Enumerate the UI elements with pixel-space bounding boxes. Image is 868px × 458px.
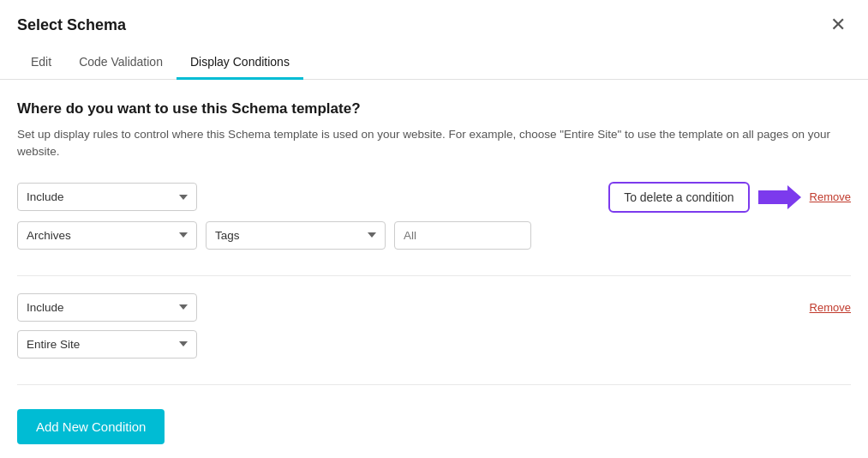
tabs-bar: Edit Code Validation Display Conditions bbox=[0, 46, 868, 80]
tooltip-box: To delete a condition bbox=[608, 182, 749, 213]
condition-block-2: Include Exclude Remove Entire Site Speci… bbox=[17, 293, 851, 385]
condition-2-entire-site-select[interactable]: Entire Site Specific Pages bbox=[17, 330, 197, 359]
condition-2-row-top: Include Exclude Remove bbox=[17, 293, 851, 322]
condition-1-remove-button[interactable]: Remove bbox=[810, 190, 851, 203]
condition-1-selects: Include Exclude bbox=[17, 183, 197, 211]
condition-1-row-bottom: Archives Posts Pages Tags Categories bbox=[17, 221, 851, 250]
add-new-condition-button[interactable]: Add New Condition bbox=[17, 409, 165, 444]
modal-title: Select Schema bbox=[17, 16, 126, 34]
condition-1-row-top: Include Exclude To delete a condition Re… bbox=[17, 182, 851, 213]
condition-block-1: Include Exclude To delete a condition Re… bbox=[17, 182, 851, 276]
condition-2-row-bottom: Entire Site Specific Pages bbox=[17, 330, 851, 359]
condition-1-all-input[interactable] bbox=[394, 221, 531, 250]
content-area: Where do you want to use this Schema tem… bbox=[0, 80, 868, 458]
condition-2-include-select[interactable]: Include Exclude bbox=[17, 293, 197, 322]
tab-display-conditions[interactable]: Display Conditions bbox=[177, 46, 303, 80]
condition-1-tags-select[interactable]: Tags Categories bbox=[206, 221, 386, 250]
condition-1-include-select[interactable]: Include Exclude bbox=[17, 183, 197, 211]
arrow-right-icon bbox=[758, 185, 801, 209]
section-title: Where do you want to use this Schema tem… bbox=[17, 100, 851, 118]
modal-header: Select Schema ✕ bbox=[0, 0, 868, 36]
tooltip-and-remove: To delete a condition Remove bbox=[608, 182, 851, 213]
section-description: Set up display rules to control where th… bbox=[17, 126, 851, 161]
condition-2-remove-button[interactable]: Remove bbox=[810, 301, 851, 314]
svg-marker-0 bbox=[758, 185, 801, 209]
condition-1-archives-select[interactable]: Archives Posts Pages bbox=[17, 221, 197, 250]
tab-edit[interactable]: Edit bbox=[17, 46, 65, 80]
close-button[interactable]: ✕ bbox=[825, 14, 851, 36]
modal-container: Select Schema ✕ Edit Code Validation Dis… bbox=[0, 0, 868, 458]
tab-code-validation[interactable]: Code Validation bbox=[65, 46, 177, 80]
